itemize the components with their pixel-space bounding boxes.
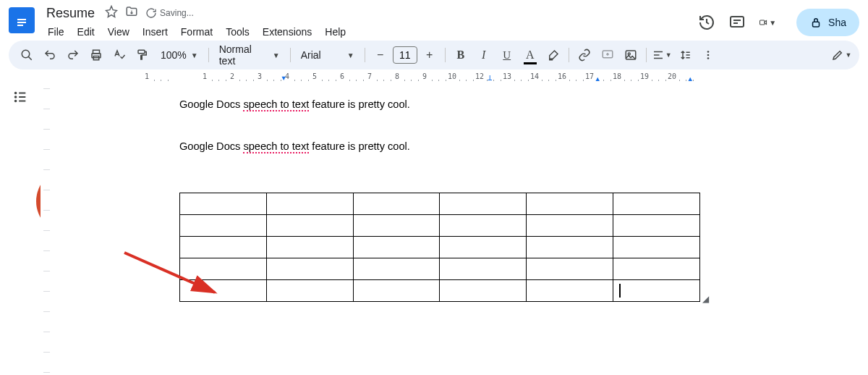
ruler-number: 9 — [422, 72, 427, 80]
decrease-font-icon[interactable]: − — [370, 44, 391, 66]
spelling-underline[interactable]: speech to text — [243, 98, 309, 111]
svg-point-20 — [15, 96, 17, 98]
line-spacing-button[interactable] — [674, 44, 696, 66]
menu-tools[interactable]: Tools — [220, 23, 255, 41]
ruler-number: 6 — [340, 72, 344, 80]
ruler-number: 7 — [367, 72, 372, 80]
style-select[interactable]: Normal text▼ — [213, 43, 286, 67]
menu-insert[interactable]: Insert — [137, 23, 174, 41]
text-cursor — [619, 284, 621, 298]
menu-edit[interactable]: Edit — [72, 23, 101, 41]
more-button[interactable] — [697, 44, 719, 66]
lock-icon — [809, 16, 822, 29]
bold-button[interactable]: B — [450, 44, 472, 66]
toolbar: 100%▼ Normal text▼ Arial▼ − 11 + B I U A… — [9, 41, 859, 69]
ruler-number: 10 — [448, 72, 456, 80]
main-area: Google Docs speech to text feature is pr… — [0, 81, 868, 375]
header-actions: ▼ Sha — [698, 4, 859, 36]
spelling-underline[interactable]: speech to text — [243, 140, 309, 153]
svg-point-19 — [15, 93, 17, 94]
print-icon[interactable] — [85, 44, 107, 66]
paint-format-icon[interactable] — [132, 44, 153, 66]
saving-icon — [145, 7, 157, 19]
left-gutter — [0, 81, 41, 375]
comments-icon[interactable] — [728, 14, 746, 31]
insert-image-icon[interactable] — [620, 44, 642, 66]
svg-point-18 — [707, 57, 709, 59]
ruler-number: 19 — [640, 72, 649, 80]
svg-rect-2 — [17, 19, 26, 20]
zoom-select[interactable]: 100%▼ — [155, 49, 204, 61]
app-header: Resume Saving... File Edit View Insert F… — [0, 0, 868, 41]
docs-logo[interactable] — [9, 7, 35, 33]
ruler-number: 5 — [312, 72, 317, 80]
title-area: Resume Saving... File Edit View Insert F… — [42, 4, 698, 41]
ruler-number: 1 — [203, 72, 207, 80]
font-select[interactable]: Arial▼ — [295, 49, 360, 61]
highlight-button[interactable] — [542, 44, 564, 66]
ruler-number: 14 — [530, 72, 539, 80]
saving-status: Saving... — [145, 7, 194, 19]
menu-bar: File Edit View Insert Format Tools Exten… — [42, 23, 698, 41]
insert-link-icon[interactable] — [574, 44, 595, 66]
doc-paragraph-2[interactable]: Google Docs speech to text feature is pr… — [179, 140, 757, 152]
menu-help[interactable]: Help — [319, 23, 352, 41]
ruler-number: 8 — [395, 72, 399, 80]
ruler-number: 17 — [585, 72, 594, 80]
svg-rect-7 — [813, 22, 820, 27]
svg-rect-3 — [17, 22, 26, 23]
table-resize-handle[interactable]: ◢ — [702, 294, 709, 304]
svg-rect-12 — [138, 50, 145, 54]
font-size-input[interactable]: 11 — [393, 46, 417, 64]
ruler-number: 13 — [503, 72, 511, 80]
move-folder-icon[interactable] — [125, 5, 138, 21]
svg-point-8 — [22, 50, 30, 58]
table-row — [180, 215, 700, 237]
table-row — [180, 237, 700, 258]
svg-point-15 — [628, 53, 630, 55]
text-color-button[interactable]: A — [519, 44, 541, 66]
toolbar-container: 100%▼ Normal text▼ Arial▼ − 11 + B I U A… — [0, 41, 868, 69]
redo-icon[interactable] — [62, 44, 84, 66]
table-row — [180, 258, 700, 280]
svg-point-16 — [707, 51, 709, 53]
ruler-number: 1 — [145, 72, 149, 80]
ruler-number: 18 — [613, 72, 621, 80]
undo-icon[interactable] — [39, 44, 61, 66]
svg-point-17 — [707, 54, 709, 56]
ruler-number: 3 — [258, 72, 262, 80]
table-row — [180, 280, 700, 302]
table-row — [180, 193, 700, 215]
italic-button[interactable]: I — [473, 44, 495, 66]
menu-view[interactable]: View — [102, 23, 135, 41]
page-canvas[interactable]: Google Docs speech to text feature is pr… — [52, 81, 868, 375]
add-comment-icon[interactable] — [597, 44, 618, 66]
docs-logo-icon — [14, 11, 29, 30]
ruler-number: 2 — [230, 72, 234, 80]
outline-toggle-icon[interactable] — [7, 84, 33, 110]
menu-extensions[interactable]: Extensions — [257, 23, 318, 41]
ruler-number: 16 — [558, 72, 566, 80]
share-button[interactable]: Sha — [796, 9, 859, 36]
svg-rect-6 — [760, 20, 765, 25]
document-title[interactable]: Resume — [42, 4, 99, 22]
video-call-button[interactable]: ▼ — [759, 14, 776, 31]
ruler-number: 12 — [475, 72, 484, 80]
history-icon[interactable] — [698, 14, 715, 31]
star-icon[interactable] — [105, 5, 118, 21]
search-menus-icon[interactable] — [16, 44, 38, 66]
vertical-ruler[interactable] — [41, 81, 52, 375]
spellcheck-icon[interactable] — [109, 44, 130, 66]
align-button[interactable]: ▼ — [651, 44, 673, 66]
menu-format[interactable]: Format — [175, 23, 218, 41]
editing-mode-button[interactable]: ▼ — [830, 44, 852, 66]
document-table[interactable] — [179, 193, 700, 302]
document-page: Google Docs speech to text feature is pr… — [178, 81, 757, 305]
doc-paragraph-1[interactable]: Google Docs speech to text feature is pr… — [179, 98, 757, 110]
underline-button[interactable]: U — [496, 44, 518, 66]
increase-font-icon[interactable]: + — [419, 44, 441, 66]
svg-point-21 — [15, 101, 17, 102]
svg-rect-5 — [731, 17, 744, 27]
table-cell-cursor[interactable] — [613, 280, 700, 302]
menu-file[interactable]: File — [42, 23, 70, 41]
